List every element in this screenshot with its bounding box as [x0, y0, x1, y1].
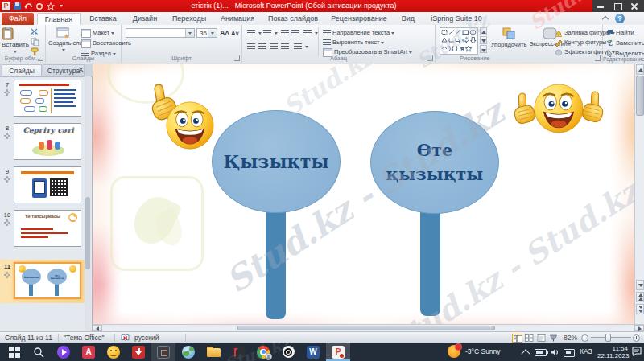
tab-design[interactable]: Дизайн: [126, 13, 164, 25]
grow-font-button[interactable]: A˄: [220, 29, 229, 37]
decrease-indent-icon[interactable]: [281, 30, 289, 37]
spellcheck-icon[interactable]: [121, 334, 130, 342]
slide-editor-canvas[interactable]: Қызықты Өте қызықты: [93, 64, 634, 324]
font-size-caret[interactable]: [208, 29, 217, 37]
line-spacing-icon[interactable]: [303, 30, 312, 37]
horizontal-scroll-thumb[interactable]: [237, 326, 495, 330]
justify-icon[interactable]: [281, 43, 289, 51]
slide-thumbnail-10[interactable]: Үй тапсырмасы: [14, 210, 81, 247]
dark-app-icon[interactable]: [151, 343, 175, 361]
emoji-thumbs-up-left-image[interactable]: [144, 83, 218, 155]
maximize-button[interactable]: [609, 0, 626, 12]
theme-name[interactable]: "Тема Office": [64, 333, 104, 343]
close-button[interactable]: [626, 0, 643, 12]
start-button[interactable]: [2, 343, 26, 361]
paragraph-dialog-launcher[interactable]: [427, 55, 433, 61]
increase-indent-icon[interactable]: [291, 30, 299, 37]
shapes-scroll-up[interactable]: [480, 27, 487, 35]
tab-view[interactable]: Вид: [394, 13, 422, 25]
zoom-slider-track[interactable]: [591, 337, 631, 338]
shapes-scroll-down[interactable]: [480, 36, 487, 44]
tab-animations[interactable]: Анимация: [214, 13, 261, 25]
numbering-icon[interactable]: [263, 30, 271, 37]
scroll-right-button[interactable]: [634, 325, 644, 331]
close-panel-icon[interactable]: [77, 66, 85, 73]
copy-button[interactable]: [31, 38, 39, 46]
slide-sorter-view-button[interactable]: [524, 334, 535, 343]
download-manager-icon[interactable]: [126, 343, 151, 361]
scroll-down-button[interactable]: [636, 280, 644, 290]
shapes-more-button[interactable]: [480, 45, 487, 53]
minimize-button[interactable]: [592, 0, 609, 12]
tab-file[interactable]: Файл: [2, 13, 34, 25]
columns-icon[interactable]: [294, 43, 302, 51]
shapes-gallery[interactable]: [440, 27, 478, 55]
replace-button[interactable]: Заменить: [606, 39, 644, 47]
align-right-icon[interactable]: [270, 43, 278, 51]
bullets-caret[interactable]: [258, 32, 262, 35]
taskbar-search-button[interactable]: [27, 343, 51, 361]
tab-review[interactable]: Рецензирование: [325, 13, 393, 25]
bullets-icon[interactable]: [247, 30, 255, 37]
font-name-caret[interactable]: [185, 29, 194, 37]
red-a-app-icon[interactable]: A: [76, 343, 101, 361]
battery-icon[interactable]: [535, 349, 547, 356]
slide-thumbnail-8[interactable]: Сергіту сәті: [14, 123, 81, 160]
next-slide-button[interactable]: [636, 304, 644, 314]
shrink-font-button[interactable]: A˅: [231, 30, 239, 37]
recorder-app-icon[interactable]: [276, 343, 300, 361]
align-center-icon[interactable]: [258, 43, 266, 51]
zona-app-icon[interactable]: [226, 343, 250, 361]
volume-icon[interactable]: [551, 348, 559, 356]
text-direction-button[interactable]: Направление текста: [323, 29, 394, 37]
scroll-left-button[interactable]: [93, 325, 102, 331]
word-icon[interactable]: W: [301, 343, 325, 361]
file-explorer-icon[interactable]: [201, 343, 225, 361]
left-paddle-shape[interactable]: Қызықты: [212, 110, 341, 213]
weather-icon[interactable]: [448, 345, 460, 358]
emoji-thumbs-up-right-image[interactable]: [510, 80, 608, 150]
taskbar-clock[interactable]: 11:54 22.11.2023: [597, 345, 628, 359]
layout-button[interactable]: Макет: [81, 29, 114, 38]
font-size-combo[interactable]: 36: [196, 28, 217, 38]
slide-counter[interactable]: Слайд 11 из 11: [5, 333, 52, 343]
horizontal-scrollbar[interactable]: [93, 324, 644, 331]
find-button[interactable]: Найти: [606, 29, 634, 36]
zoom-slider-thumb[interactable]: [605, 334, 611, 342]
help-button[interactable]: ?: [615, 14, 625, 23]
browser-globe-icon[interactable]: [176, 343, 200, 361]
right-paddle-shape[interactable]: Өте қызықты: [370, 111, 499, 214]
zoom-in-button[interactable]: [633, 334, 640, 342]
slideshow-view-button[interactable]: [548, 334, 559, 343]
network-icon[interactable]: [564, 349, 575, 357]
slide-thumbnail-11[interactable]: Қызықты Өте қызықты: [14, 262, 81, 299]
tab-ispring[interactable]: iSpring Suite 10: [423, 13, 489, 25]
action-center-icon[interactable]: [632, 347, 642, 356]
vertical-scroll-thumb[interactable]: [636, 76, 644, 116]
tab-slideshow[interactable]: Показ слайдов: [262, 13, 324, 25]
drawing-dialog-launcher[interactable]: [595, 55, 601, 61]
tab-insert[interactable]: Вставка: [82, 13, 124, 25]
zoom-out-button[interactable]: [581, 334, 588, 342]
weather-text[interactable]: -3°C Sunny: [465, 343, 501, 361]
tab-transitions[interactable]: Переходы: [166, 13, 213, 25]
clipboard-dialog-launcher[interactable]: [38, 55, 43, 61]
slide-thumbnail-7[interactable]: [14, 80, 81, 117]
align-text-button[interactable]: Выровнять текст: [323, 39, 384, 47]
previous-slide-button[interactable]: [636, 292, 644, 302]
show-hidden-icons-chevron[interactable]: [521, 349, 530, 358]
scroll-up-button[interactable]: [636, 64, 644, 75]
align-left-icon[interactable]: [247, 43, 255, 51]
vertical-scrollbar[interactable]: [634, 64, 644, 324]
language-indicator[interactable]: русский: [134, 333, 159, 343]
collapse-ribbon-button[interactable]: [601, 14, 610, 23]
numbering-caret[interactable]: [275, 32, 278, 35]
paste-button[interactable]: Вставить: [2, 27, 27, 55]
zoom-percentage[interactable]: 82%: [564, 333, 577, 343]
arrange-button[interactable]: Упорядочить: [490, 27, 527, 48]
cut-button[interactable]: [31, 28, 39, 35]
chrome-icon[interactable]: [251, 343, 275, 361]
keyboard-language[interactable]: КАЗ: [580, 343, 592, 361]
tab-slides-pane[interactable]: Слайды: [2, 64, 42, 76]
reading-view-button[interactable]: [536, 334, 547, 343]
